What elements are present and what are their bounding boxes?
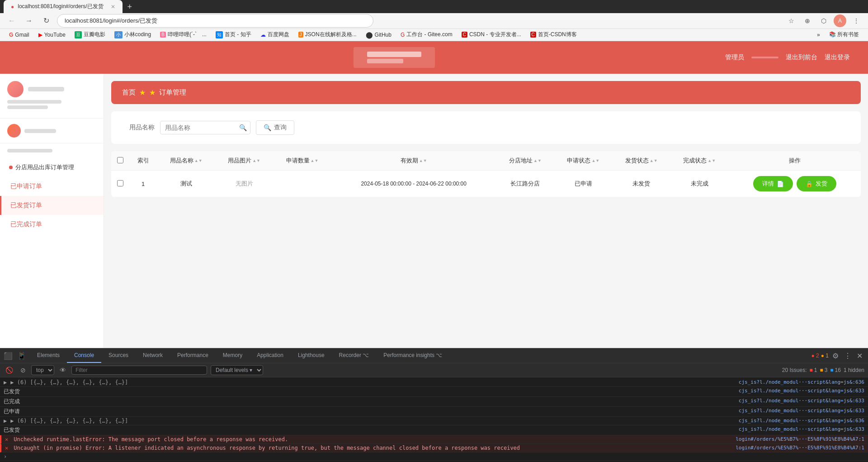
sidebar-user-top (7, 81, 96, 97)
devtools-tab-sources[interactable]: Sources (101, 348, 136, 363)
console-link-2[interactable]: cjs_is?l./node_modul···script&lang=js&:6… (739, 398, 864, 404)
zhihu-icon: 知 (216, 31, 223, 38)
csdn2-icon: C (530, 32, 536, 38)
bookmark-gmail[interactable]: G Gmail (5, 30, 33, 40)
main-layout: 分店用品出库订单管理 已申请订单 已发货订单 已完成订单 首页 ★ (0, 74, 868, 348)
row-branch: 长江路分店 (496, 171, 554, 197)
forward-button[interactable]: → (23, 14, 35, 27)
devtools-settings-btn[interactable]: ⚙ (830, 350, 840, 362)
breadcrumb-bar: 首页 ★ ★ 订单管理 (111, 81, 861, 104)
header-logo (354, 47, 435, 68)
bookmark-gitee[interactable]: G 工作台 - Gitee.com (397, 29, 456, 40)
devtools-inspect-btn[interactable]: ⬛ (2, 350, 14, 362)
youtube-label: YouTube (44, 32, 66, 38)
devtools-tab-recorder[interactable]: Recorder ⌥ (332, 348, 377, 363)
search-row: 用品名称 🔍 🔍 查询 (129, 120, 843, 135)
sidebar-item-completed[interactable]: 已完成订单 (0, 215, 104, 234)
back-button[interactable]: ← (5, 14, 18, 27)
console-link-6[interactable]: login#/orders/%E5%B7%···E5%8F%91%E8%B4%A… (736, 436, 864, 442)
devtools-tab-memory[interactable]: Memory (216, 348, 250, 363)
sidebar-item-applied[interactable]: 已申请订单 (0, 177, 104, 196)
devtools-header: ⬛ 📱 Elements Console Sources Network Per… (0, 348, 868, 363)
th-index: 索引 (129, 151, 157, 171)
bookmark-json[interactable]: J JSON在线解析及格... (295, 29, 360, 40)
sidebar-avatar (7, 81, 24, 97)
bookmark-baidu-yun[interactable]: ☁ 百度网盘 (257, 29, 293, 40)
search-label: 用品名称 (129, 124, 155, 132)
console-link-3[interactable]: cjs_is?l./node_modul···script&lang=js&:6… (739, 408, 864, 414)
console-input[interactable] (12, 453, 864, 460)
extensions-icon[interactable]: ⬡ (817, 14, 830, 27)
console-row-0: ▶ ▶ (6) [{…}, {…}, {…}, {…}, {…}, {…}] c… (0, 378, 868, 387)
expand-toggle-4[interactable]: ▶ (4, 418, 7, 424)
context-select[interactable]: top (31, 365, 54, 375)
breadcrumb-home[interactable]: 首页 (122, 88, 136, 97)
reload-button[interactable]: ↻ (40, 14, 52, 27)
console-link-1[interactable]: cjs_is?l./node_modul···script&lang=js&:6… (739, 388, 864, 394)
row-image: 无图片 (215, 171, 273, 197)
row-validity: 2024-05-18 00:00:00 - 2024-06-22 00:00:0… (331, 171, 496, 197)
bookmark-github[interactable]: ⬤ GitHub (362, 29, 395, 40)
bookmark-icon[interactable]: ☆ (785, 14, 797, 27)
console-prompt-row[interactable]: › (0, 452, 868, 461)
th-complete-status: 完成状态▲▼ (670, 151, 728, 171)
devtools-more-btn[interactable]: ⋮ (842, 350, 853, 362)
devtools-tab-perf-insights[interactable]: Performance insights ⌥ (376, 348, 449, 363)
console-link-0[interactable]: cjs_is?l./node_modul···script&lang=js&:6… (739, 379, 864, 385)
tab-close-icon[interactable]: ✕ (111, 4, 115, 10)
bookmark-douban[interactable]: 豆 豆瓣电影 (71, 29, 109, 40)
console-clear-btn[interactable]: 🚫 (4, 366, 15, 375)
expand-toggle-0[interactable]: ▶ (4, 379, 7, 386)
detail-button[interactable]: 详情 📄 (753, 176, 793, 191)
csdn1-label: CSDN - 专业开发者... (469, 31, 521, 38)
browser-window: ● localhost:8081/login#/orders/已发货 ✕ + ←… (0, 0, 868, 462)
bookmark-zhihu[interactable]: 知 首页 - 知乎 (212, 29, 255, 40)
new-tab-button[interactable]: + (123, 0, 137, 13)
row-quantity (273, 171, 331, 197)
zoom-icon[interactable]: ⊕ (801, 14, 814, 27)
address-input[interactable] (57, 14, 373, 28)
table-row: 1 测试 无图片 2024-05-18 00:00:00 - 2024-06-2… (111, 171, 861, 197)
devtools-tab-elements[interactable]: Elements (30, 348, 67, 363)
devtools-tab-application[interactable]: Application (250, 348, 291, 363)
console-filter-btn[interactable]: ⊘ (19, 366, 28, 375)
bookmark-csdn1[interactable]: C CSDN - 专业开发者... (458, 29, 525, 40)
search-button[interactable]: 🔍 查询 (256, 120, 294, 135)
devtools-tab-performance[interactable]: Performance (170, 348, 216, 363)
profile-icon[interactable]: A (834, 14, 846, 27)
devtools-warn-badge: ● 1 (821, 352, 829, 359)
th-validity: 有效期▲▼ (331, 151, 496, 171)
devtools-device-btn[interactable]: 📱 (15, 350, 28, 362)
console-filter-input[interactable] (71, 366, 207, 375)
console-link-7[interactable]: login#/orders/%E5%B7%···E5%8F%91%E8%B4%A… (736, 445, 864, 451)
row-checkbox[interactable] (117, 180, 123, 186)
menu-icon[interactable]: ⋮ (850, 14, 863, 27)
front-link[interactable]: 退出到前台 (786, 53, 817, 62)
sidebar-extra-blur (7, 149, 52, 152)
section-dot-icon (9, 166, 13, 169)
console-eye-btn[interactable]: 👁 (58, 366, 68, 375)
bookmarks-more[interactable]: » (813, 30, 824, 40)
devtools-tab-lighthouse[interactable]: Lighthouse (291, 348, 332, 363)
levels-select[interactable]: Default levels ▾ (211, 365, 263, 375)
bookmark-xiaolin[interactable]: 小 小林coding (111, 29, 155, 40)
console-row-2: 已完成 cjs_is?l./node_modul···script&lang=j… (0, 397, 868, 407)
reading-list[interactable]: 📚 所有书签 (826, 29, 863, 40)
th-actions: 操作 (728, 151, 861, 171)
sidebar-user2-blur (24, 129, 56, 133)
logout-link[interactable]: 退出登录 (825, 53, 850, 62)
devtools-tab-network[interactable]: Network (136, 348, 170, 363)
address-icons: ☆ ⊕ ⬡ A ⋮ (785, 14, 863, 27)
ship-button[interactable]: 🔒 发货 (797, 176, 836, 191)
select-all-checkbox[interactable] (117, 157, 123, 163)
bookmark-youtube[interactable]: ▶ YouTube (35, 30, 69, 40)
devtools-tab-console[interactable]: Console (67, 348, 101, 363)
console-link-5[interactable]: cjs_is?l./node_modul···script&lang=js&:6… (739, 426, 864, 432)
active-tab[interactable]: ● localhost:8081/login#/orders/已发货 ✕ (4, 0, 123, 13)
console-link-4[interactable]: cjs_is?l./node_modul···script&lang=js&:6… (739, 418, 864, 424)
devtools-close-btn[interactable]: ✕ (855, 350, 864, 362)
bookmark-bilibili[interactable]: B 哔哩哔哩(´-`ゞ... (156, 29, 210, 40)
search-input[interactable] (160, 121, 250, 134)
bookmark-csdn2[interactable]: C 首页-CSDN博客 (527, 29, 580, 40)
sidebar-item-shipped[interactable]: 已发货订单 (0, 196, 104, 215)
